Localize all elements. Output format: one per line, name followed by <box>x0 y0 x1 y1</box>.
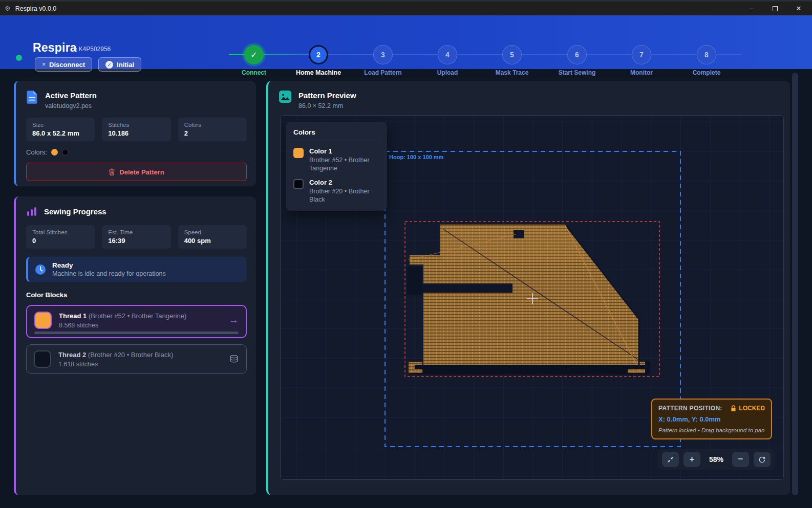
disconnect-label: Disconnect <box>49 61 85 69</box>
thread-name: Thread 1 <box>59 312 87 320</box>
step-label: Upload <box>419 69 476 76</box>
stat-value: 86.0 x 52.2 mm <box>32 129 89 137</box>
minimize-button[interactable]: – <box>740 2 763 15</box>
legend-item-color-1: Color 1 Brother #52 • Brother Tangerine <box>293 147 379 172</box>
brand-title: Respira <box>33 41 77 55</box>
window-title: Respira v0.0.0 <box>15 5 57 12</box>
step-connect[interactable]: ✓ Connect <box>226 45 282 76</box>
trash-icon <box>109 168 115 175</box>
step-mask-trace[interactable]: 5 Mask Trace <box>484 45 540 76</box>
zoom-toolbar: + 58% − <box>657 449 775 470</box>
initial-label: Initial <box>117 61 134 69</box>
step-label: Connect <box>226 69 282 76</box>
step-label: Monitor <box>613 69 670 76</box>
thread-detail: (Brother #52 • Brother Tangerine) <box>89 312 186 320</box>
status-title: Ready <box>52 261 166 269</box>
disconnect-button[interactable]: × Disconnect <box>35 57 92 72</box>
position-hint: Pattern locked • Drag background to pan <box>658 427 765 433</box>
legend-color-desc: Brother #20 • Brother Black <box>309 188 379 204</box>
zoom-in-button[interactable]: + <box>683 452 700 467</box>
initial-button[interactable]: ✓ Initial <box>98 57 141 72</box>
clock-icon <box>34 263 47 276</box>
legend-color-desc: Brother #52 • Brother Tangerine <box>309 157 379 172</box>
machine-status-banner: Ready Machine is idle and ready for oper… <box>26 257 247 282</box>
stat-label: Speed <box>184 229 241 235</box>
step-label: Start Sewing <box>549 69 605 76</box>
position-label: PATTERN POSITION: <box>658 405 722 412</box>
step-label: Home Machine <box>290 69 347 76</box>
step-upload[interactable]: 4 Upload <box>419 45 476 76</box>
step-monitor[interactable]: 7 Monitor <box>613 45 670 76</box>
thread-name: Thread 2 <box>58 351 86 359</box>
preview-canvas[interactable]: Hoop: 100 x 100 mm <box>280 115 784 480</box>
bar-chart-icon <box>26 206 37 217</box>
step-number: 2 <box>309 45 328 64</box>
step-complete[interactable]: 8 Complete <box>678 45 735 76</box>
close-icon: × <box>42 61 46 68</box>
machine-serial: • K4P502956 <box>75 46 111 53</box>
pattern-preview-card: Pattern Preview 86.0 × 52.2 mm <box>266 81 790 495</box>
locked-badge: LOCKED <box>739 405 765 412</box>
card-title: Sewing Progress <box>44 207 106 216</box>
stat-total-stitches: Total Stitches 0 <box>26 225 95 249</box>
legend-color-name: Color 2 <box>309 179 379 186</box>
stat-label: Total Stitches <box>32 229 89 235</box>
stat-stitches: Stitches 10.186 <box>102 118 170 141</box>
status-description: Machine is idle and ready for operations <box>52 270 166 277</box>
vertical-scrollbar[interactable] <box>792 73 798 495</box>
header: Respira • K4P502956 × Disconnect ✓ Initi… <box>0 15 812 69</box>
refresh-icon <box>758 456 766 463</box>
legend-swatch-orange <box>293 148 304 158</box>
arrow-right-icon: → <box>229 315 239 326</box>
legend-title: Colors <box>293 128 379 141</box>
stat-est-time: Est. Time 16:39 <box>102 225 170 249</box>
step-number: 6 <box>567 45 587 64</box>
layers-icon <box>229 354 239 364</box>
stat-value: 16:39 <box>108 237 164 245</box>
titlebar[interactable]: ⚙ Respira v0.0.0 – ✕ <box>0 2 812 15</box>
stat-value: 2 <box>184 129 241 137</box>
zoom-out-button[interactable]: − <box>732 452 749 467</box>
thread-2-swatch <box>34 350 51 368</box>
stat-colors: Colors 2 <box>178 118 247 141</box>
step-start-sewing[interactable]: 6 Start Sewing <box>549 45 605 76</box>
stat-value: 0 <box>32 237 89 245</box>
stat-value: 400 spm <box>184 237 241 245</box>
active-pattern-card: Active Pattern valetudogv2.pes Size 86.0… <box>14 81 256 186</box>
color-dot-black <box>62 149 69 156</box>
thread-2-block[interactable]: Thread 2 (Brother #20 • Brother Black) 1… <box>26 344 247 374</box>
thread-detail: (Brother #20 • Brother Black) <box>88 351 173 359</box>
card-title: Pattern Preview <box>298 90 356 100</box>
sewing-progress-card: Sewing Progress Total Stitches 0 Est. Ti… <box>14 196 256 495</box>
maximize-icon <box>773 6 778 11</box>
legend-color-name: Color 1 <box>309 147 379 155</box>
fit-to-view-button[interactable] <box>662 452 679 467</box>
thread-stitches: 8.568 stitches <box>59 322 186 329</box>
step-label: Complete <box>678 69 735 76</box>
position-coordinates: X: 0.0mm, Y: 0.0mm <box>658 415 765 423</box>
pattern-filename: valetudogv2.pes <box>45 102 97 109</box>
close-button[interactable]: ✕ <box>787 2 810 15</box>
maximize-button[interactable] <box>763 2 787 15</box>
hoop-label: Hoop: 100 x 100 mm <box>389 154 444 160</box>
thread-1-block[interactable]: Thread 1 (Brother #52 • Brother Tangerin… <box>26 305 247 338</box>
step-load-pattern[interactable]: 3 Load Pattern <box>355 45 411 76</box>
step-number: 7 <box>632 45 651 64</box>
pattern-dimensions: 86.0 × 52.2 mm <box>298 102 356 109</box>
thread-stitches: 1.618 stitches <box>58 361 173 368</box>
thread-1-swatch <box>34 312 52 329</box>
thread-1-progress-bar <box>34 332 239 334</box>
check-circle-icon: ✓ <box>105 61 113 69</box>
image-icon <box>279 90 292 103</box>
delete-pattern-button[interactable]: Delete Pattern <box>26 163 247 181</box>
step-home-machine[interactable]: 2 Home Machine <box>290 45 347 76</box>
file-icon <box>26 90 38 104</box>
step-number: 3 <box>373 45 393 64</box>
stat-size: Size 86.0 x 52.2 mm <box>26 118 95 141</box>
step-label: Load Pattern <box>355 69 411 76</box>
stat-label: Colors <box>184 122 241 128</box>
stat-speed: Speed 400 spm <box>178 225 247 249</box>
compress-icon <box>667 456 674 463</box>
reset-view-button[interactable] <box>754 452 771 467</box>
step-number: 8 <box>697 45 716 64</box>
